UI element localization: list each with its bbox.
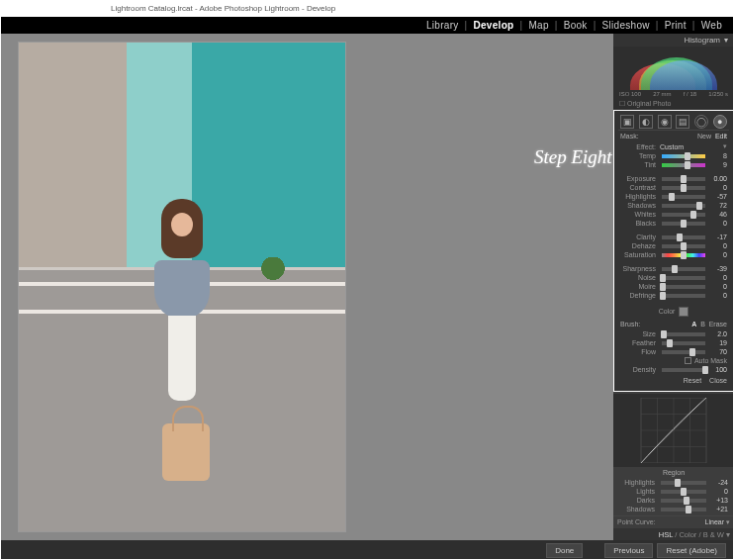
slider-dehaze-value[interactable]: 0 xyxy=(707,242,727,249)
graduated-filter-icon[interactable]: ▤ xyxy=(676,115,689,129)
tone-curve[interactable] xyxy=(613,394,734,467)
spot-tool-icon[interactable]: ◐ xyxy=(639,115,653,129)
slider-tint-label: Tint xyxy=(620,161,660,168)
module-picker: Library| Develop| Map| Book| Slideshow| … xyxy=(0,16,734,34)
region-darks-value[interactable]: +13 xyxy=(708,497,728,504)
automask-label: Auto Mask xyxy=(694,357,727,364)
slider-highlights-value[interactable]: -57 xyxy=(707,193,727,200)
reset-adobe-button[interactable]: Reset (Adobe) xyxy=(657,543,726,558)
brush-feather-value[interactable]: 19 xyxy=(707,339,727,346)
slider-contrast-slider[interactable] xyxy=(662,186,705,190)
automask-checkbox[interactable] xyxy=(685,357,691,364)
slider-temp-value[interactable]: 8 xyxy=(707,152,727,159)
region-shadows-slider[interactable] xyxy=(661,508,706,512)
slider-tint-slider[interactable] xyxy=(662,163,705,167)
slider-defringe-slider[interactable] xyxy=(662,294,705,298)
chevron-down-icon[interactable]: ▾ xyxy=(723,142,727,150)
brush-a[interactable]: A xyxy=(691,321,696,327)
slider-clarity-value[interactable]: -17 xyxy=(707,233,727,240)
slider-tint-value[interactable]: 9 xyxy=(707,161,727,168)
brush-size-value[interactable]: 2.0 xyxy=(707,330,727,337)
slider-defringe-label: Defringe xyxy=(620,292,660,299)
slider-exposure-value[interactable]: 0.00 xyxy=(707,175,727,182)
module-library[interactable]: Library xyxy=(426,20,459,31)
slider-contrast-value[interactable]: 0 xyxy=(707,184,727,191)
slider-sharpness-slider[interactable] xyxy=(662,267,705,271)
close-button[interactable]: Close xyxy=(709,377,727,384)
brush-size-slider[interactable] xyxy=(662,332,705,336)
brush-b[interactable]: B xyxy=(700,321,705,327)
slider-whites-value[interactable]: 46 xyxy=(707,211,727,218)
mask-edit[interactable]: Edit xyxy=(715,133,727,140)
module-develop[interactable]: Develop xyxy=(473,20,513,31)
region-highlights-row: Highlights -24 xyxy=(617,478,730,487)
crop-tool-icon[interactable]: ▣ xyxy=(620,115,634,129)
slider-saturation-slider[interactable] xyxy=(662,253,705,257)
region-highlights-value[interactable]: -24 xyxy=(708,479,728,486)
slider-defringe-value[interactable]: 0 xyxy=(707,292,727,299)
slider-blacks-label: Blacks xyxy=(620,220,660,227)
slider-defringe-row: Defringe 0 xyxy=(618,291,729,300)
slider-clarity-slider[interactable] xyxy=(662,235,705,239)
slider-moire-label: Moire xyxy=(620,283,660,290)
region-darks-slider[interactable] xyxy=(661,499,706,503)
slider-shadows-value[interactable]: 72 xyxy=(707,202,727,209)
histogram-header[interactable]: Histogram ▾ xyxy=(613,34,734,47)
brush-flow-slider[interactable] xyxy=(662,350,705,354)
slider-blacks-value[interactable]: 0 xyxy=(707,220,727,227)
slider-noise-value[interactable]: 0 xyxy=(707,274,727,281)
brush-density-value[interactable]: 100 xyxy=(707,366,727,373)
slider-shadows-slider[interactable] xyxy=(662,204,705,208)
brush-feather-slider[interactable] xyxy=(662,341,705,345)
previous-button[interactable]: Previous xyxy=(604,543,653,558)
module-book[interactable]: Book xyxy=(564,20,588,31)
effect-preset[interactable]: Custom xyxy=(660,143,684,150)
brush-feather-row: Feather 19 xyxy=(618,338,729,347)
module-map[interactable]: Map xyxy=(528,20,548,31)
slider-blacks-slider[interactable] xyxy=(662,222,705,226)
slider-temp-slider[interactable] xyxy=(662,154,705,158)
color-swatch[interactable] xyxy=(679,307,688,317)
mask-label: Mask: xyxy=(620,133,639,140)
slider-sharpness-row: Sharpness -39 xyxy=(618,264,729,273)
slider-highlights-row: Highlights -57 xyxy=(618,192,729,201)
slider-whites-label: Whites xyxy=(620,211,660,218)
original-photo-row[interactable]: ☐ Original Photo xyxy=(613,98,734,110)
slider-noise-slider[interactable] xyxy=(662,276,705,280)
histogram[interactable]: ISO 100 27 mm f / 18 1/250 s xyxy=(613,47,734,98)
adjustment-brush-icon[interactable]: ● xyxy=(713,115,727,129)
meta-shutter: 1/250 s xyxy=(708,91,728,97)
slider-exposure-row: Exposure 0.00 xyxy=(618,174,729,183)
brush-erase[interactable]: Erase xyxy=(709,321,727,327)
region-lights-slider[interactable] xyxy=(661,490,706,494)
region-shadows-row: Shadows +21 xyxy=(617,505,730,513)
done-button[interactable]: Done xyxy=(546,543,583,558)
hsl-panel-header[interactable]: HSL / Color / B & W ▾ xyxy=(613,528,734,540)
photo-canvas-area[interactable] xyxy=(0,34,613,540)
radial-filter-icon[interactable]: ◯ xyxy=(694,115,708,129)
point-curve-value[interactable]: Linear xyxy=(705,518,724,525)
module-print[interactable]: Print xyxy=(665,20,687,31)
redeye-tool-icon[interactable]: ◉ xyxy=(658,115,672,129)
overlay-step-label: Step Eight xyxy=(534,146,612,168)
module-slideshow[interactable]: Slideshow xyxy=(602,20,650,31)
region-lights-value[interactable]: 0 xyxy=(708,488,728,495)
slider-exposure-slider[interactable] xyxy=(662,177,705,181)
slider-highlights-slider[interactable] xyxy=(662,195,705,199)
meta-iso: ISO 100 xyxy=(619,91,641,97)
slider-moire-value[interactable]: 0 xyxy=(707,283,727,290)
slider-dehaze-slider[interactable] xyxy=(662,244,705,248)
reset-button[interactable]: Reset xyxy=(684,377,701,384)
slider-moire-slider[interactable] xyxy=(662,285,705,289)
mask-new[interactable]: New xyxy=(697,133,711,140)
slider-saturation-value[interactable]: 0 xyxy=(707,251,727,258)
region-highlights-slider[interactable] xyxy=(661,481,706,485)
region-shadows-value[interactable]: +21 xyxy=(708,506,728,513)
brush-density-slider[interactable] xyxy=(662,368,705,372)
module-web[interactable]: Web xyxy=(701,20,722,31)
slider-noise-label: Noise xyxy=(620,274,660,281)
slider-whites-slider[interactable] xyxy=(662,213,705,217)
slider-sharpness-value[interactable]: -39 xyxy=(707,265,727,272)
brush-flow-value[interactable]: 70 xyxy=(707,348,727,355)
photo-preview[interactable] xyxy=(18,42,346,532)
